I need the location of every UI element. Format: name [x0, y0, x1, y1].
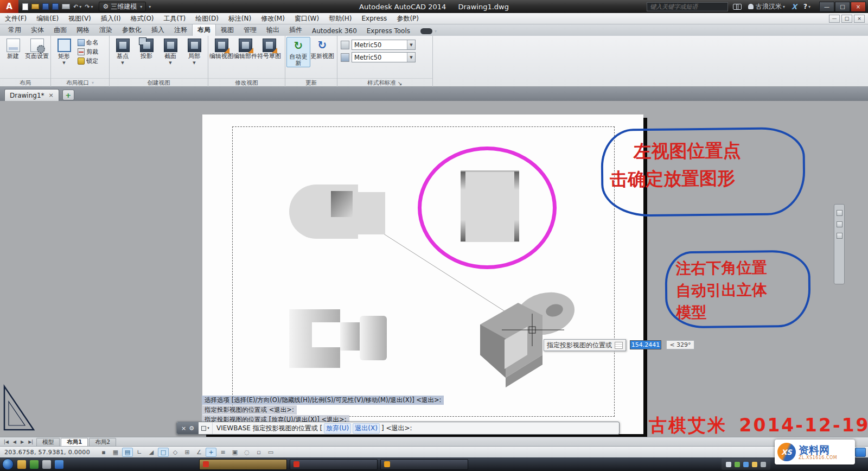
command-line-bar[interactable]: × ⚙ ▾ VIEWBASE 指定投影视图的位置或 [ 放弃(U) 退出(X) …	[176, 422, 620, 435]
panel-label-create-view[interactable]: 创建视图	[110, 78, 208, 87]
ribbon-tab[interactable]: 实体	[26, 24, 49, 36]
sign-in-button[interactable]: 古浪汉米 ▾	[746, 1, 787, 12]
panel-label-viewports[interactable]: 布局视口▾	[51, 78, 109, 87]
search-input[interactable]	[647, 2, 728, 11]
save-button[interactable]	[41, 1, 50, 12]
edit-view-button[interactable]: 编辑视图	[209, 37, 233, 60]
ribbon-tab[interactable]: 曲面	[49, 24, 72, 36]
symbol-sketch-button[interactable]: 符号草图	[257, 37, 281, 60]
new-layout-button[interactable]: 新建	[1, 37, 25, 60]
quick-properties-toggle[interactable]: ◌	[241, 448, 252, 457]
menu-item[interactable]: 标注(N)	[224, 13, 256, 24]
projected-view-button[interactable]: 投影	[135, 37, 158, 60]
ribbon-tab[interactable]: Autodesk 360	[307, 26, 362, 36]
ribbon-tab[interactable]: 插入	[146, 24, 169, 36]
menu-item[interactable]: 文件(F)	[0, 13, 31, 24]
quick-launch-icon[interactable]	[55, 460, 63, 469]
base-view-button[interactable]: 基点 ▼	[111, 37, 135, 66]
ribbon-tab[interactable]: Express Tools	[362, 26, 415, 36]
menu-item[interactable]: 视图(V)	[63, 13, 96, 24]
autocad-logo-button[interactable]: A	[0, 0, 18, 13]
undo-button[interactable]: ↶▾	[72, 1, 83, 12]
page-setup-button[interactable]: 页面设置	[25, 37, 49, 60]
chevron-down-icon[interactable]: ▾	[79, 4, 81, 9]
tray-icon[interactable]	[726, 462, 731, 467]
named-viewport-button[interactable]: 命名	[78, 39, 98, 47]
edit-component-button[interactable]: 编辑部件	[233, 37, 257, 60]
rectangular-viewport-button[interactable]: 矩形 ▼	[52, 37, 76, 66]
ribbon-tab-active[interactable]: 布局	[192, 24, 216, 36]
selection-cycling-toggle[interactable]: ▫	[253, 448, 264, 457]
detail-view-button[interactable]: 局部 ▼	[182, 37, 206, 66]
ribbon-tab[interactable]: 网格	[72, 24, 94, 36]
chevron-down-icon[interactable]: ▼	[407, 53, 415, 62]
new-drawing-button[interactable]: +	[62, 90, 74, 100]
panel-label-modify-view[interactable]: 修改视图	[208, 78, 285, 87]
tray-icon[interactable]	[752, 462, 757, 467]
doc-restore-button[interactable]: □	[841, 15, 852, 23]
command-option-undo[interactable]: 放弃(U)	[324, 423, 351, 434]
grid-toggle[interactable]: ▤	[122, 448, 133, 457]
document-tab[interactable]: Drawing1* ×	[4, 89, 59, 101]
close-button[interactable]: ×	[851, 2, 866, 12]
tray-icon[interactable]	[735, 462, 740, 467]
drawing-canvas[interactable]: 左视图位置点 击确定放置图形 注右下角位置 自动引出立体 模型 古棋艾米 201…	[0, 101, 868, 437]
ducs-toggle[interactable]: ∠	[194, 448, 205, 457]
new-file-button[interactable]	[21, 1, 30, 12]
menu-item[interactable]: 插入(I)	[96, 13, 126, 24]
chevron-down-icon[interactable]: ▼	[121, 60, 124, 66]
doc-close-button[interactable]: ×	[854, 15, 865, 23]
drafting-standard-select[interactable]: Metric50 ▼	[352, 40, 416, 50]
chevron-down-icon[interactable]: ▼	[407, 40, 415, 49]
dynamic-distance-field[interactable]: 154.2441	[630, 340, 661, 349]
quick-launch-icon[interactable]	[30, 460, 39, 469]
lock-viewport-button[interactable]: 锁定	[78, 57, 98, 65]
command-option-exit[interactable]: 退出(X)	[353, 423, 380, 434]
infer-constraints-toggle[interactable]: ▪	[98, 448, 109, 457]
dynamic-input-toggle[interactable]: +	[206, 448, 216, 457]
panel-label-styles[interactable]: 样式和标准↘	[337, 78, 432, 87]
update-view-button[interactable]: 更新视图	[310, 37, 334, 60]
quick-launch-icon[interactable]	[42, 460, 51, 469]
maximize-button[interactable]: □	[835, 2, 850, 12]
exchange-apps-button[interactable]: X	[790, 1, 799, 12]
previous-layout-button[interactable]: ◀	[11, 440, 18, 444]
menu-item[interactable]: 参数(P)	[392, 13, 424, 24]
close-command-icon[interactable]: ×	[181, 425, 186, 432]
menu-item[interactable]: Express	[357, 13, 392, 24]
menu-item[interactable]: 工具(T)	[159, 13, 191, 24]
saveas-button[interactable]	[50, 1, 60, 12]
chevron-down-icon[interactable]: ▾	[91, 4, 93, 9]
otrack-toggle[interactable]: ⊞	[182, 448, 193, 457]
layout2-tab[interactable]: 布局2	[89, 438, 116, 446]
snap-toggle[interactable]: ▦	[110, 448, 121, 457]
command-prompt[interactable]: VIEWBASE 指定投影视图的位置或 [ 放弃(U) 退出(X) ] <退出>…	[213, 423, 412, 434]
dialog-launcher-icon[interactable]: ↘	[398, 80, 403, 86]
ribbon-tab[interactable]: 参数化	[117, 24, 146, 36]
connect-menu-button[interactable]: ▾	[420, 28, 437, 36]
model-tab[interactable]: 模型	[36, 438, 60, 446]
polar-toggle[interactable]: ◢	[146, 448, 157, 457]
workspace-switcher[interactable]: ⚙ 三维建模 ▾	[99, 2, 146, 11]
menu-item[interactable]: 帮助(H)	[324, 13, 356, 24]
last-layout-button[interactable]: ▶|	[26, 440, 35, 444]
taskbar-app-button[interactable]	[380, 459, 468, 470]
ribbon-tab[interactable]: 渲染	[94, 24, 117, 36]
search-button[interactable]	[731, 1, 743, 12]
plot-button[interactable]	[60, 1, 72, 12]
ribbon-tab[interactable]: 视图	[216, 24, 239, 36]
transparency-toggle[interactable]: ▣	[229, 448, 240, 457]
ribbon-tab[interactable]: 常用	[3, 24, 26, 36]
taskbar-app-button[interactable]	[199, 459, 287, 470]
taskbar-app-button[interactable]	[290, 459, 378, 470]
close-tab-icon[interactable]: ×	[49, 92, 54, 99]
open-file-button[interactable]	[30, 1, 41, 12]
recent-commands-button[interactable]: ▾	[199, 422, 213, 434]
panel-label-update[interactable]: 更新	[285, 78, 337, 87]
next-layout-button[interactable]: ▶	[18, 440, 26, 444]
ribbon-tab[interactable]: 插件	[284, 24, 307, 36]
qat-customize-button[interactable]: ▾	[146, 1, 152, 12]
redo-button[interactable]: ↷▾	[83, 1, 94, 12]
system-tray[interactable]	[722, 459, 770, 470]
first-layout-button[interactable]: |◀	[2, 440, 11, 444]
